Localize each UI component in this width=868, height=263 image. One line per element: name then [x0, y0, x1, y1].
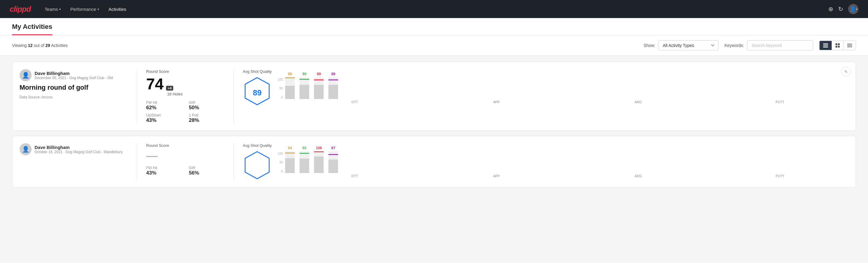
keyword-search-input[interactable]	[747, 40, 813, 51]
svg-marker-13	[245, 152, 269, 179]
round-score-value: —	[146, 150, 158, 162]
user-name: Dave Billingham	[35, 145, 123, 150]
fw-hit-label: FW Hit	[146, 166, 182, 170]
fw-hit-label: FW Hit	[146, 100, 182, 105]
one-putt-label: 1 Putt	[189, 113, 224, 117]
hex-score-value: 89	[253, 88, 262, 97]
page-title: My Activities	[12, 23, 52, 35]
fw-hit-stat: FW Hit 43%	[146, 166, 182, 176]
svg-rect-7	[838, 46, 840, 48]
keywords-label: Keywords:	[724, 43, 744, 48]
gir-value: 50%	[189, 105, 224, 111]
fw-hit-stat: FW Hit 62%	[146, 100, 182, 111]
score-row: —	[146, 150, 224, 162]
view-list-detailed-button[interactable]	[819, 41, 832, 50]
avg-shot-quality-label: Avg Shot Quality	[243, 69, 272, 74]
avg-shot-quality-label: Avg Shot Quality	[243, 143, 272, 148]
svg-rect-11	[847, 47, 852, 48]
fw-hit-value: 43%	[146, 170, 182, 176]
svg-rect-9	[847, 45, 852, 46]
avatar: 👤	[20, 69, 32, 81]
up-down-stat: Up/Down 43%	[146, 113, 182, 123]
filter-show: Show: All Activity Types	[644, 40, 718, 51]
add-button[interactable]: ⊕	[828, 5, 833, 12]
activity-card: ✎ 👤 Dave Billingham December 05, 2021 · …	[12, 62, 856, 131]
bar-chart: 100 50 0 94	[278, 146, 848, 178]
viewing-count: Viewing 12 out of 29 Activities	[12, 43, 638, 48]
card-quality: Avg Shot Quality 100 50 0	[243, 143, 848, 180]
bar-app: 92	[300, 146, 309, 173]
user-date: December 05, 2021 · Gog Magog Golf Club …	[35, 76, 113, 80]
navigation: clippd Teams ▾ Performance ▾ Activities …	[0, 0, 868, 18]
x-axis-labels: OTT APP ARG PUTT	[286, 100, 848, 104]
data-source: Data Source: Arccos	[20, 95, 128, 99]
divider	[137, 143, 137, 180]
grid-icon	[836, 43, 840, 48]
y-axis: 100 50 0	[278, 78, 283, 99]
avatar-icon: 👤	[849, 6, 856, 12]
user-info: Dave Billingham December 05, 2021 · Gog …	[35, 71, 113, 80]
user-name: Dave Billingham	[35, 71, 113, 76]
bar-putt: 87	[329, 146, 338, 173]
bars-group: 85 90	[285, 72, 338, 99]
bar-arg: 106	[314, 146, 323, 173]
bar-app: 90	[300, 72, 309, 99]
gir-value: 56%	[189, 170, 224, 176]
svg-rect-4	[836, 43, 837, 45]
up-down-label: Up/Down	[146, 113, 182, 117]
card-stats: Round Score 74 +4 18 Holes FW Hit 62% GI…	[146, 69, 224, 123]
nav-item-activities[interactable]: Activities	[104, 4, 130, 14]
bar-chart: 100 50 0 85	[278, 72, 848, 104]
stat-grid: FW Hit 43% GIR 56%	[146, 166, 224, 176]
svg-rect-1	[823, 45, 828, 45]
user-info: Dave Billingham October 16, 2021 · Gog M…	[35, 145, 123, 154]
round-score-value: 74	[146, 76, 164, 92]
card-stats: Round Score — FW Hit 43% GIR 56%	[146, 143, 224, 176]
activity-type-select[interactable]: All Activity Types	[658, 40, 718, 51]
view-list-compact-button[interactable]	[844, 41, 856, 50]
avatar-person-icon: 👤	[22, 146, 29, 153]
avatar-chevron: ▾	[856, 7, 858, 11]
nav-right: ⊕ ↻ 👤 ▾	[828, 4, 858, 14]
svg-rect-8	[847, 43, 852, 44]
score-row: 74 +4 18 Holes	[146, 76, 224, 96]
round-score-label: Round Score	[146, 143, 224, 148]
card-left: 👤 Dave Billingham December 05, 2021 · Go…	[20, 69, 128, 99]
divider	[137, 69, 137, 123]
bars-group: 94 92	[285, 146, 338, 173]
edit-button[interactable]: ✎	[841, 67, 851, 77]
one-putt-value: 28%	[189, 117, 224, 123]
show-label: Show:	[644, 43, 655, 48]
bar-putt: 89	[329, 72, 338, 99]
fw-hit-value: 62%	[146, 105, 182, 111]
user-avatar[interactable]: 👤 ▾	[848, 4, 858, 14]
svg-rect-6	[836, 46, 837, 48]
gir-label: GIR	[189, 100, 224, 105]
svg-rect-2	[823, 46, 828, 46]
bar-arg: 89	[314, 72, 323, 99]
gir-stat: GIR 50%	[189, 100, 224, 111]
divider	[234, 143, 234, 180]
stat-grid: FW Hit 62% GIR 50% Up/Down 43% 1 Putt 28…	[146, 100, 224, 123]
refresh-button[interactable]: ↻	[838, 5, 843, 12]
svg-rect-3	[823, 47, 828, 48]
logo[interactable]: clippd	[10, 4, 31, 14]
nav-item-performance[interactable]: Performance ▾	[66, 4, 103, 14]
view-toggles	[819, 40, 856, 50]
gir-stat: GIR 56%	[189, 166, 224, 176]
user-row: 👤 Dave Billingham October 16, 2021 · Gog…	[20, 143, 128, 155]
nav-item-teams[interactable]: Teams ▾	[40, 4, 65, 14]
view-grid-button[interactable]	[832, 41, 844, 50]
bar-ott: 85	[285, 72, 295, 99]
chevron-down-icon: ▾	[97, 7, 99, 11]
card-left: 👤 Dave Billingham October 16, 2021 · Gog…	[20, 143, 128, 158]
page-header: My Activities	[0, 18, 868, 35]
svg-rect-5	[838, 43, 840, 45]
filter-keywords: Keywords:	[724, 40, 813, 51]
nav-items: Teams ▾ Performance ▾ Activities	[40, 4, 819, 14]
activity-card: 👤 Dave Billingham October 16, 2021 · Gog…	[12, 136, 856, 188]
divider	[234, 69, 234, 123]
gir-label: GIR	[189, 166, 224, 170]
hex-score	[243, 150, 272, 180]
bar-ott: 94	[285, 146, 295, 173]
